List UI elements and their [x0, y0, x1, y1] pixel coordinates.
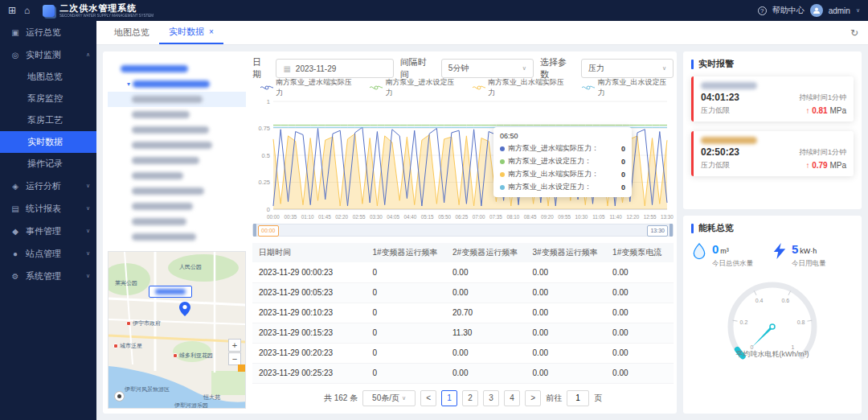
home-icon[interactable]: ⌂ — [24, 5, 30, 16]
svg-text:13:30: 13:30 — [661, 214, 674, 220]
sidebar-item-站点管理[interactable]: ●站点管理∨ — [0, 242, 96, 265]
map-pin-icon[interactable] — [179, 302, 190, 319]
total-count: 共 162 条 — [324, 393, 358, 404]
username[interactable]: admin — [829, 6, 850, 15]
map-layer-icon[interactable] — [238, 364, 245, 372]
mini-map[interactable]: 人民公园莱宾公园伊宁市政府城市泛星维多利亚花园伊犁河风景旅游区恒大苑伊犁河游乐园… — [108, 251, 246, 409]
station-tree-item[interactable] — [108, 138, 246, 153]
sidebar-item-运行总览[interactable]: ▣运行总览 — [0, 21, 96, 43]
page-button-3[interactable]: 3 — [483, 390, 499, 406]
station-tree: ▾ — [108, 56, 246, 248]
sidebar-subitem-实时数据[interactable]: 实时数据 — [0, 131, 96, 153]
help-icon[interactable]: ? — [758, 6, 767, 15]
map-zoom-in-button[interactable]: + — [228, 339, 241, 352]
interval-select[interactable]: 5分钟 ∨ — [441, 59, 534, 78]
station-tree-item[interactable] — [108, 199, 246, 214]
sidebar-item-运行分析[interactable]: ◈运行分析∨ — [0, 175, 96, 197]
chevron-icon: ∨ — [86, 205, 90, 212]
pagination: 共 162 条 50条/页 ∨ < 1234 > 前往 页 — [252, 390, 674, 406]
apps-grid-icon[interactable]: ⊞ — [8, 5, 16, 16]
alarm-value: ↑ 0.79 MPa — [805, 161, 846, 170]
sidebar-subitem-泵房工艺[interactable]: 泵房工艺 — [0, 109, 96, 131]
avatar[interactable] — [810, 4, 823, 17]
gauge-label: 平均吨水电耗(kWh/m³) — [736, 349, 809, 360]
datazoom-left-handle[interactable] — [253, 224, 256, 237]
station-tree-item[interactable] — [108, 183, 246, 199]
date-picker[interactable]: ▦ 2023-11-29 — [276, 59, 393, 78]
tab-label: 实时数据 — [169, 26, 204, 38]
next-page-button[interactable]: > — [525, 390, 541, 406]
svg-text:07:00: 07:00 — [473, 214, 485, 220]
monitor-icon: ◎ — [10, 51, 20, 60]
station-tree-item[interactable] — [108, 153, 246, 168]
user-menu-caret-icon[interactable]: ∨ — [856, 7, 860, 14]
map-station-infowindow[interactable] — [149, 286, 192, 298]
station-tree-item[interactable] — [108, 92, 246, 107]
help-center-link[interactable]: 帮助中心 — [772, 5, 805, 16]
sidebar-subitem-操作记录[interactable]: 操作记录 — [0, 153, 96, 175]
svg-text:0.8: 0.8 — [797, 319, 805, 325]
redacted-alarm-station-name — [701, 82, 757, 89]
sidebar-item-label: 系统管理 — [26, 270, 61, 282]
alarm-row: 04:01:23持续时间1分钟 — [701, 92, 846, 103]
sidebar-item-统计报表[interactable]: ▤统计报表∨ — [0, 197, 96, 220]
interval-value: 5分钟 — [448, 63, 469, 74]
redacted-station-name — [132, 126, 209, 134]
alarm-value: ↑ 0.81 MPa — [805, 106, 846, 115]
svg-text:01:45: 01:45 — [318, 214, 331, 220]
tree-expand-icon[interactable]: ▾ — [127, 80, 130, 88]
map-place-label: 人民公园 — [179, 263, 202, 271]
sidebar-item-实时监测[interactable]: ◎实时监测∧ — [0, 43, 96, 66]
svg-text:12:20: 12:20 — [627, 214, 640, 220]
page-size-select[interactable]: 50条/页 ∨ — [362, 390, 416, 406]
svg-text:05:50: 05:50 — [438, 214, 451, 220]
page-button-4[interactable]: 4 — [504, 390, 520, 406]
alarm-row: 压力低限↑ 0.79 MPa — [701, 160, 846, 171]
sidebar-item-系统管理[interactable]: ⚙系统管理∨ — [0, 265, 96, 287]
sidebar-item-label: 运行分析 — [26, 180, 61, 192]
overview-icon: ▣ — [10, 28, 20, 37]
close-icon[interactable]: × — [209, 27, 214, 36]
table-row: 2023-11-29 00:05:2300.000.000.00 — [252, 282, 674, 303]
station-tree-item[interactable] — [108, 107, 246, 122]
sidebar-item-事件管理[interactable]: ◆事件管理∨ — [0, 220, 96, 242]
map-streetview-icon[interactable] — [114, 391, 125, 401]
sidebar-subitem-泵房监控[interactable]: 泵房监控 — [0, 88, 96, 109]
tab-实时数据[interactable]: 实时数据× — [159, 21, 223, 44]
pressure-chart[interactable]: 00.250.50.75100:0000:3501:1001:4502:2002… — [252, 95, 674, 222]
svg-text:02:20: 02:20 — [335, 214, 348, 220]
svg-text:0.25: 0.25 — [258, 179, 270, 186]
alarm-card[interactable]: 04:01:23持续时间1分钟压力低限↑ 0.81 MPa — [691, 76, 854, 121]
svg-text:04:05: 04:05 — [387, 214, 399, 220]
param-select[interactable]: 压力 ∨ — [581, 59, 674, 78]
datazoom-right-handle[interactable] — [669, 224, 673, 237]
chevron-down-icon: ∨ — [402, 395, 406, 401]
redacted-alarm-station-name — [701, 137, 757, 144]
tab-地图总览[interactable]: 地图总览 — [104, 21, 159, 44]
refresh-icon[interactable]: ↻ — [850, 21, 858, 45]
sidebar-subitem-地图总览[interactable]: 地图总览 — [0, 66, 96, 88]
alarm-card[interactable]: 02:50:23持续时间1分钟压力低限↑ 0.79 MPa — [691, 131, 854, 176]
station-tree-item[interactable]: ▾ — [108, 76, 246, 92]
map-zoom-out-button[interactable]: − — [228, 352, 241, 365]
station-tree-item[interactable] — [108, 229, 246, 245]
alarm-row: 02:50:23持续时间1分钟 — [701, 146, 846, 158]
series-dot-icon — [500, 146, 505, 151]
page-button-1[interactable]: 1 — [441, 390, 457, 406]
page-button-2[interactable]: 2 — [462, 390, 478, 406]
chevron-down-icon: ∨ — [522, 65, 526, 72]
datazoom-slider[interactable]: 00:00 13:30 — [252, 224, 674, 237]
map-place-label: 恒大苑 — [203, 393, 220, 401]
station-tree-item[interactable] — [108, 122, 246, 138]
map-place-label: 伊犁河游乐园 — [174, 401, 208, 409]
page-size-value: 50条/页 — [372, 393, 399, 404]
station-tree-item[interactable] — [108, 61, 246, 76]
goto-page-input[interactable] — [567, 390, 589, 406]
redacted-station-name — [132, 142, 212, 149]
alarm-duration: 持续时间1分钟 — [799, 93, 846, 103]
prev-page-button[interactable]: < — [420, 390, 436, 406]
station-tree-item[interactable] — [108, 214, 246, 229]
station-tree-item[interactable] — [108, 168, 246, 183]
map-poi-icon — [126, 321, 131, 326]
chevron-icon: ∧ — [86, 51, 90, 58]
